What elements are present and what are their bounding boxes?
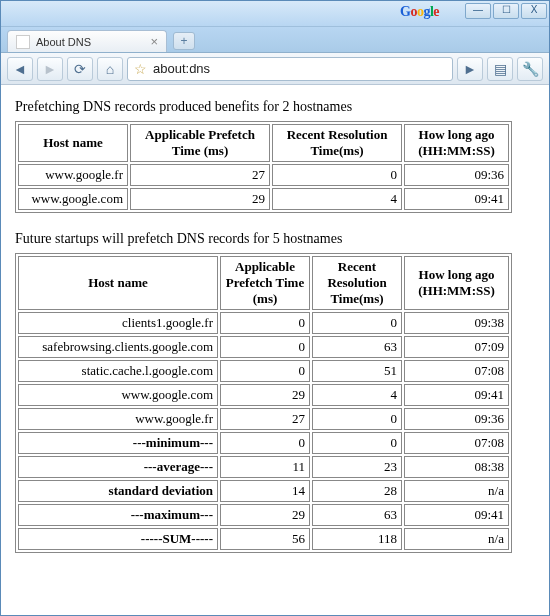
- table-row: www.google.fr27009:36: [18, 164, 509, 186]
- bookmark-star-icon[interactable]: ☆: [134, 61, 147, 77]
- new-tab-button[interactable]: +: [173, 32, 195, 50]
- cell-host: www.google.fr: [18, 408, 218, 430]
- back-button[interactable]: ◄: [7, 57, 33, 81]
- col-prefetch: Applicable Prefetch Time (ms): [220, 256, 310, 310]
- browser-tab[interactable]: About DNS ×: [7, 30, 167, 52]
- cell-ago: 09:38: [404, 312, 509, 334]
- cell-resolution: 28: [312, 480, 402, 502]
- cell-resolution: 0: [312, 432, 402, 454]
- forward-button[interactable]: ►: [37, 57, 63, 81]
- toolbar: ◄ ► ⟳ ⌂ ☆ about:dns ► ▤ 🔧: [1, 53, 549, 85]
- cell-prefetch: 27: [130, 164, 270, 186]
- wrench-menu-button[interactable]: 🔧: [517, 57, 543, 81]
- cell-prefetch: 0: [220, 336, 310, 358]
- col-ago: How long ago (HH:MM:SS): [404, 256, 509, 310]
- tab-close-icon[interactable]: ×: [150, 34, 158, 49]
- table-header-row: Host name Applicable Prefetch Time (ms) …: [18, 124, 509, 162]
- tab-strip: About DNS × +: [1, 27, 549, 53]
- cell-resolution: 4: [312, 384, 402, 406]
- cell-host: safebrowsing.clients.google.com: [18, 336, 218, 358]
- cell-ago: 09:36: [404, 164, 509, 186]
- cell-ago: 09:41: [404, 504, 509, 526]
- future-prefetch-table: Host name Applicable Prefetch Time (ms) …: [15, 253, 512, 553]
- page-icon: ▤: [494, 61, 507, 77]
- arrow-right-icon: ►: [43, 61, 57, 77]
- page-menu-button[interactable]: ▤: [487, 57, 513, 81]
- cell-prefetch: 29: [220, 384, 310, 406]
- table-row: ---maximum---296309:41: [18, 504, 509, 526]
- window-buttons: — ☐ X: [465, 3, 547, 19]
- cell-ago: 07:08: [404, 432, 509, 454]
- home-icon: ⌂: [106, 61, 114, 77]
- close-window-button[interactable]: X: [521, 3, 547, 19]
- cell-host: ---minimum---: [18, 432, 218, 454]
- cell-resolution: 118: [312, 528, 402, 550]
- prefetch-benefits-caption: Prefetching DNS records produced benefit…: [15, 99, 535, 115]
- cell-ago: n/a: [404, 528, 509, 550]
- col-host: Host name: [18, 124, 128, 162]
- table-row: static.cache.l.google.com05107:08: [18, 360, 509, 382]
- table-row: www.google.fr27009:36: [18, 408, 509, 430]
- cell-host: www.google.com: [18, 188, 128, 210]
- cell-host: clients1.google.fr: [18, 312, 218, 334]
- cell-host: www.google.com: [18, 384, 218, 406]
- google-logo: Google: [400, 4, 439, 20]
- table-row: www.google.com29409:41: [18, 384, 509, 406]
- cell-prefetch: 29: [220, 504, 310, 526]
- col-resolution: Recent Resolution Time(ms): [312, 256, 402, 310]
- home-button[interactable]: ⌂: [97, 57, 123, 81]
- address-bar[interactable]: ☆ about:dns: [127, 57, 453, 81]
- reload-button[interactable]: ⟳: [67, 57, 93, 81]
- col-prefetch: Applicable Prefetch Time (ms): [130, 124, 270, 162]
- cell-resolution: 63: [312, 504, 402, 526]
- cell-resolution: 0: [272, 164, 402, 186]
- url-text: about:dns: [153, 61, 210, 76]
- cell-ago: 09:41: [404, 188, 509, 210]
- cell-ago: 08:38: [404, 456, 509, 478]
- cell-ago: n/a: [404, 480, 509, 502]
- cell-prefetch: 11: [220, 456, 310, 478]
- col-resolution: Recent Resolution Time(ms): [272, 124, 402, 162]
- cell-resolution: 63: [312, 336, 402, 358]
- arrow-left-icon: ◄: [13, 61, 27, 77]
- table-header-row: Host name Applicable Prefetch Time (ms) …: [18, 256, 509, 310]
- maximize-button[interactable]: ☐: [493, 3, 519, 19]
- cell-host: www.google.fr: [18, 164, 128, 186]
- table-row: ---average---112308:38: [18, 456, 509, 478]
- reload-icon: ⟳: [74, 61, 86, 77]
- cell-ago: 09:41: [404, 384, 509, 406]
- cell-resolution: 0: [312, 408, 402, 430]
- cell-prefetch: 14: [220, 480, 310, 502]
- go-button[interactable]: ►: [457, 57, 483, 81]
- minimize-button[interactable]: —: [465, 3, 491, 19]
- page-viewport: Prefetching DNS records produced benefit…: [1, 85, 549, 616]
- cell-ago: 07:09: [404, 336, 509, 358]
- table-row: safebrowsing.clients.google.com06307:09: [18, 336, 509, 358]
- play-icon: ►: [463, 61, 477, 77]
- wrench-icon: 🔧: [522, 61, 539, 77]
- cell-prefetch: 0: [220, 360, 310, 382]
- table-row: ---minimum---0007:08: [18, 432, 509, 454]
- prefetch-benefits-table: Host name Applicable Prefetch Time (ms) …: [15, 121, 512, 213]
- tab-favicon-icon: [16, 35, 30, 49]
- cell-ago: 09:36: [404, 408, 509, 430]
- table-row: clients1.google.fr0009:38: [18, 312, 509, 334]
- table-row: www.google.com29409:41: [18, 188, 509, 210]
- cell-resolution: 4: [272, 188, 402, 210]
- cell-host: -----SUM-----: [18, 528, 218, 550]
- col-ago: How long ago (HH:MM:SS): [404, 124, 509, 162]
- cell-prefetch: 0: [220, 432, 310, 454]
- cell-prefetch: 27: [220, 408, 310, 430]
- future-prefetch-caption: Future startups will prefetch DNS record…: [15, 231, 535, 247]
- cell-ago: 07:08: [404, 360, 509, 382]
- cell-prefetch: 0: [220, 312, 310, 334]
- cell-host: standard deviation: [18, 480, 218, 502]
- cell-resolution: 51: [312, 360, 402, 382]
- window-titlebar: Google — ☐ X: [1, 1, 549, 27]
- cell-host: static.cache.l.google.com: [18, 360, 218, 382]
- cell-resolution: 23: [312, 456, 402, 478]
- cell-host: ---maximum---: [18, 504, 218, 526]
- cell-prefetch: 29: [130, 188, 270, 210]
- cell-resolution: 0: [312, 312, 402, 334]
- tab-title: About DNS: [36, 36, 91, 48]
